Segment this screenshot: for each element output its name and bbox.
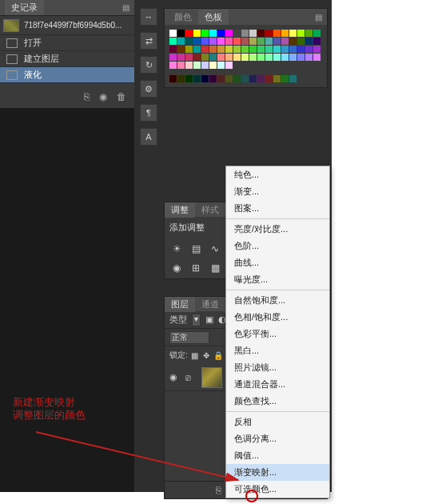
color-swatch[interactable] — [177, 62, 185, 69]
filter-icon[interactable]: ▣ — [205, 314, 213, 325]
adjustment-mixer-icon[interactable]: ⊞ — [189, 261, 203, 275]
color-swatch[interactable] — [225, 46, 233, 53]
history-item[interactable]: 打开 — [0, 35, 134, 51]
adjustment-lookup-icon[interactable]: ▦ — [208, 261, 222, 275]
lock-pixels-icon[interactable]: ▦ — [191, 351, 198, 360]
color-swatch[interactable] — [297, 46, 305, 53]
gear-icon[interactable]: ⚙ — [140, 80, 157, 98]
color-swatch[interactable] — [209, 30, 217, 37]
color-swatch[interactable] — [265, 46, 273, 53]
color-swatch[interactable] — [233, 38, 241, 45]
color-swatch[interactable] — [313, 30, 320, 37]
color-swatch[interactable] — [241, 38, 249, 45]
color-swatch[interactable] — [289, 54, 297, 61]
color-swatch[interactable] — [169, 75, 177, 82]
color-swatch[interactable] — [225, 30, 233, 37]
color-swatch[interactable] — [193, 46, 201, 53]
color-swatch[interactable] — [193, 62, 201, 69]
menu-item[interactable]: 渐变... — [226, 183, 329, 200]
color-swatch[interactable] — [265, 75, 273, 82]
color-swatch[interactable] — [177, 46, 185, 53]
menu-item[interactable]: 通道混合器... — [226, 376, 329, 393]
color-swatch[interactable] — [289, 38, 297, 45]
menu-item[interactable]: 图案... — [226, 200, 329, 217]
color-swatch[interactable] — [169, 46, 177, 53]
color-swatch[interactable] — [193, 38, 201, 45]
menu-item[interactable]: 亮度/对比度... — [226, 221, 329, 238]
color-swatch[interactable] — [281, 30, 289, 37]
tab-channels[interactable]: 通道 — [195, 297, 225, 312]
color-swatch[interactable] — [217, 62, 225, 69]
color-swatch[interactable] — [193, 30, 201, 37]
adjustment-photo-icon[interactable]: ◉ — [169, 261, 184, 275]
color-swatch[interactable] — [249, 38, 257, 45]
color-swatch[interactable] — [241, 30, 249, 37]
color-swatch[interactable] — [281, 75, 289, 82]
brush-icon[interactable]: ↔ — [140, 8, 157, 26]
menu-item[interactable]: 黑白... — [226, 342, 329, 359]
history-menu-button[interactable]: ▤ — [122, 3, 134, 12]
color-swatch[interactable] — [313, 54, 320, 61]
color-swatch[interactable] — [201, 54, 209, 61]
adjustment-curves-icon[interactable]: ∿ — [208, 242, 222, 256]
color-swatch[interactable] — [249, 46, 257, 53]
color-swatch[interactable] — [297, 38, 305, 45]
history-snapshot-row[interactable]: 718f7e4499f7bf6994d5b0... — [0, 16, 134, 35]
camera-icon[interactable]: ◉ — [99, 91, 107, 102]
switch-icon[interactable]: ⇄ — [140, 32, 157, 50]
color-swatch[interactable] — [185, 46, 193, 53]
color-swatch[interactable] — [241, 75, 249, 82]
color-swatch[interactable] — [209, 46, 217, 53]
color-swatch[interactable] — [217, 46, 225, 53]
color-swatch[interactable] — [225, 54, 233, 61]
color-swatch[interactable] — [289, 46, 297, 53]
color-swatch[interactable] — [225, 62, 233, 69]
color-swatch[interactable] — [273, 54, 281, 61]
layers-filter-select[interactable]: ▾ — [192, 314, 201, 326]
color-swatch[interactable] — [201, 62, 209, 69]
color-swatch[interactable] — [273, 38, 281, 45]
color-swatch[interactable] — [185, 75, 193, 82]
color-swatch[interactable] — [297, 30, 305, 37]
color-swatch[interactable] — [177, 54, 185, 61]
tab-swatches[interactable]: 色板 — [198, 10, 229, 25]
color-swatch[interactable] — [281, 54, 289, 61]
color-swatch[interactable] — [257, 38, 265, 45]
color-swatch[interactable] — [305, 46, 313, 53]
color-swatch[interactable] — [241, 46, 249, 53]
color-swatch[interactable] — [201, 38, 209, 45]
color-swatch[interactable] — [185, 38, 193, 45]
color-swatch[interactable] — [217, 30, 225, 37]
color-swatch[interactable] — [249, 75, 257, 82]
color-swatch[interactable] — [257, 46, 265, 53]
color-swatch[interactable] — [305, 38, 313, 45]
color-swatch[interactable] — [209, 38, 217, 45]
color-swatch[interactable] — [265, 30, 273, 37]
paragraph-icon[interactable]: ¶ — [140, 104, 157, 122]
menu-item[interactable]: 反相 — [226, 414, 329, 430]
lock-position-icon[interactable]: ✥ — [203, 351, 209, 360]
menu-item[interactable]: 色阶... — [226, 238, 329, 254]
color-swatch[interactable] — [265, 38, 273, 45]
rotate-icon[interactable]: ↻ — [140, 56, 157, 74]
color-swatch[interactable] — [289, 30, 297, 37]
adjustment-levels-icon[interactable]: ▤ — [189, 242, 203, 256]
color-swatch[interactable] — [257, 75, 265, 82]
color-swatch[interactable] — [289, 75, 297, 82]
menu-item[interactable]: 纯色... — [226, 166, 329, 183]
color-swatch[interactable] — [233, 54, 241, 61]
color-swatch[interactable] — [273, 46, 281, 53]
menu-item[interactable]: 色彩平衡... — [226, 326, 329, 342]
history-tab[interactable]: 史记录 — [5, 0, 44, 15]
color-swatch[interactable] — [225, 75, 233, 82]
tab-layers[interactable]: 图层 — [165, 297, 195, 312]
color-swatch[interactable] — [177, 38, 185, 45]
link-icon[interactable]: ⎘ — [216, 485, 221, 496]
menu-item[interactable]: 色相/饱和度... — [226, 309, 329, 326]
history-item[interactable]: 液化 — [0, 67, 134, 83]
color-swatch[interactable] — [169, 30, 177, 37]
tab-colors[interactable]: 颜色 — [168, 10, 198, 25]
color-swatch[interactable] — [217, 75, 225, 82]
color-swatch[interactable] — [209, 75, 217, 82]
menu-item[interactable]: 照片滤镜... — [226, 359, 329, 376]
